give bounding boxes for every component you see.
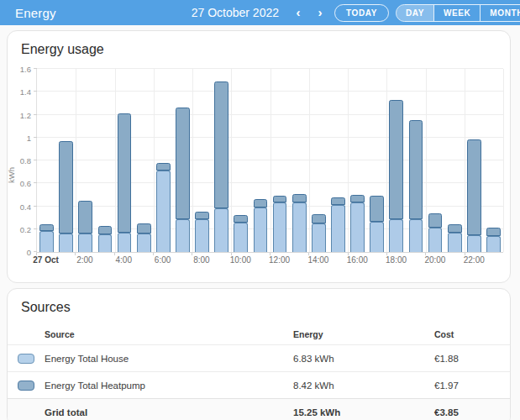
y-axis-label: kWh bbox=[7, 167, 16, 183]
grid-total-energy: 15.25 kWh bbox=[293, 407, 434, 417]
bar-segment-house[interactable] bbox=[409, 219, 423, 252]
bar-segment-heatpump[interactable] bbox=[195, 212, 209, 220]
range-tab-week[interactable]: WEEK bbox=[433, 5, 480, 21]
bar-segment-house[interactable] bbox=[118, 233, 132, 252]
page-title: Energy bbox=[15, 6, 56, 20]
bar-segment-house[interactable] bbox=[292, 202, 307, 252]
stacked-bar-1:00[interactable] bbox=[59, 69, 73, 252]
stacked-bar-12:00[interactable] bbox=[273, 69, 287, 252]
stacked-bar-3:00[interactable] bbox=[98, 69, 113, 252]
bar-segment-house[interactable] bbox=[331, 205, 345, 252]
y-tick-label: 0.6 bbox=[20, 179, 31, 188]
bar-segment-house[interactable] bbox=[448, 233, 462, 252]
bar-segment-heatpump[interactable] bbox=[59, 141, 73, 234]
bar-segment-heatpump[interactable] bbox=[409, 120, 423, 220]
stacked-bar-15:00[interactable] bbox=[331, 69, 345, 252]
stacked-bar-7:00[interactable] bbox=[176, 69, 190, 252]
bar-segment-house[interactable] bbox=[370, 222, 384, 252]
y-tick-label: 1.2 bbox=[20, 110, 31, 119]
stacked-bar-6:00[interactable] bbox=[156, 69, 171, 252]
bar-segment-house[interactable] bbox=[214, 208, 228, 252]
bar-segment-heatpump[interactable] bbox=[39, 224, 54, 232]
stacked-bar-19:00[interactable] bbox=[409, 69, 423, 252]
grid-line-v bbox=[503, 69, 504, 252]
stacked-bar-11:00[interactable] bbox=[254, 69, 268, 252]
stacked-bar-9:00[interactable] bbox=[214, 69, 228, 252]
bar-segment-house[interactable] bbox=[98, 234, 113, 252]
x-tick-mark bbox=[308, 253, 309, 255]
y-tick-label: 1.6 bbox=[20, 65, 31, 74]
bar-segment-house[interactable] bbox=[39, 231, 54, 252]
bar-segment-house[interactable] bbox=[273, 202, 287, 252]
bar-segment-heatpump[interactable] bbox=[176, 108, 190, 219]
range-tab-day[interactable]: DAY bbox=[397, 5, 433, 21]
x-axis-labels: 27 Oct2:004:006:008:0010:0012:0014:0016:… bbox=[36, 255, 503, 272]
bar-slot bbox=[212, 69, 231, 252]
stacked-bar-13:00[interactable] bbox=[292, 69, 307, 252]
x-tick-mark bbox=[348, 253, 349, 255]
x-tick-mark bbox=[75, 253, 76, 255]
bar-segment-heatpump[interactable] bbox=[370, 196, 384, 222]
range-tab-month[interactable]: MONTH bbox=[480, 5, 520, 21]
stacked-bar-8:00[interactable] bbox=[195, 69, 209, 252]
bar-segment-heatpump[interactable] bbox=[273, 196, 287, 203]
bar-segment-house[interactable] bbox=[389, 219, 403, 252]
bar-segment-heatpump[interactable] bbox=[214, 81, 228, 208]
bar-segment-heatpump[interactable] bbox=[98, 226, 113, 234]
stacked-bar-20:00[interactable] bbox=[428, 69, 443, 252]
bars-container bbox=[37, 69, 503, 252]
bar-slot bbox=[445, 69, 465, 252]
x-tick-mark bbox=[192, 253, 192, 255]
bar-segment-heatpump[interactable] bbox=[254, 199, 268, 207]
stacked-bar-4:00[interactable] bbox=[118, 69, 132, 252]
bar-segment-heatpump[interactable] bbox=[448, 224, 462, 233]
bar-segment-heatpump[interactable] bbox=[486, 228, 501, 236]
stacked-bar-0:00[interactable] bbox=[39, 69, 54, 252]
y-tick-label: 1.4 bbox=[20, 87, 31, 97]
stacked-bar-2:00[interactable] bbox=[78, 69, 92, 252]
bar-segment-house[interactable] bbox=[78, 234, 92, 252]
bar-segment-house[interactable] bbox=[156, 171, 171, 252]
stacked-bar-17:00[interactable] bbox=[370, 69, 384, 252]
bar-segment-heatpump[interactable] bbox=[156, 163, 171, 171]
bar-segment-house[interactable] bbox=[176, 219, 190, 252]
stacked-bar-14:00[interactable] bbox=[312, 69, 326, 252]
x-tick-label: 8:00 bbox=[193, 255, 209, 265]
bar-segment-house[interactable] bbox=[428, 228, 443, 252]
sources-table: Source Energy Cost Energy Total House6.8… bbox=[8, 323, 510, 420]
stacked-bar-16:00[interactable] bbox=[350, 69, 365, 252]
bar-segment-heatpump[interactable] bbox=[389, 100, 403, 219]
bar-segment-heatpump[interactable] bbox=[292, 194, 307, 202]
bar-segment-house[interactable] bbox=[195, 219, 209, 252]
bar-segment-house[interactable] bbox=[59, 234, 73, 252]
stacked-bar-5:00[interactable] bbox=[137, 69, 151, 252]
bar-segment-heatpump[interactable] bbox=[467, 139, 481, 235]
x-tick-mark bbox=[36, 253, 37, 255]
bar-segment-house[interactable] bbox=[137, 234, 151, 252]
bar-segment-house[interactable] bbox=[234, 223, 248, 252]
bar-segment-heatpump[interactable] bbox=[331, 197, 345, 206]
bar-segment-house[interactable] bbox=[312, 223, 326, 252]
next-day-button[interactable]: › bbox=[309, 3, 331, 23]
bar-segment-heatpump[interactable] bbox=[312, 214, 326, 223]
bar-segment-heatpump[interactable] bbox=[78, 201, 92, 234]
stacked-bar-23:00[interactable] bbox=[486, 69, 501, 252]
bar-segment-heatpump[interactable] bbox=[350, 195, 365, 203]
x-tick-mark bbox=[114, 253, 115, 255]
today-button[interactable]: TODAY bbox=[334, 4, 389, 22]
bar-segment-heatpump[interactable] bbox=[118, 113, 132, 233]
bar-segment-house[interactable] bbox=[350, 202, 365, 252]
bar-slot bbox=[484, 69, 503, 252]
bar-segment-heatpump[interactable] bbox=[428, 213, 443, 228]
bar-segment-house[interactable] bbox=[486, 236, 501, 252]
previous-day-button[interactable]: ‹ bbox=[287, 3, 309, 23]
bar-segment-house[interactable] bbox=[254, 207, 268, 252]
stacked-bar-10:00[interactable] bbox=[234, 69, 248, 252]
bar-segment-house[interactable] bbox=[467, 235, 481, 252]
stacked-bar-18:00[interactable] bbox=[389, 69, 403, 252]
bar-segment-heatpump[interactable] bbox=[137, 223, 151, 234]
stacked-bar-22:00[interactable] bbox=[467, 69, 481, 252]
x-tick-label: 18:00 bbox=[386, 255, 407, 265]
stacked-bar-21:00[interactable] bbox=[448, 69, 462, 252]
bar-segment-heatpump[interactable] bbox=[234, 215, 248, 223]
